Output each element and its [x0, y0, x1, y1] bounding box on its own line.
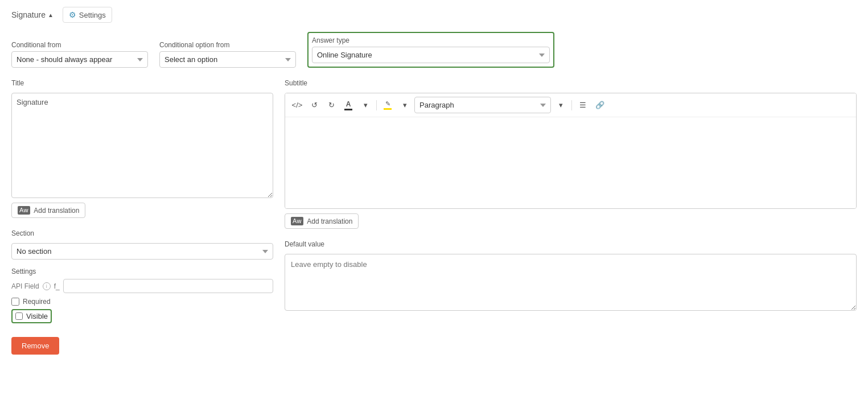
api-field-input[interactable]: [63, 279, 273, 293]
chevron-up-icon: ▲: [48, 12, 54, 18]
editor-toolbar: </> ↺ ↻ A ▾ ✎: [285, 93, 856, 117]
title-add-translation-label: Add translation: [34, 207, 79, 215]
visible-checkbox[interactable]: [15, 312, 23, 320]
gear-icon: ⚙: [69, 10, 76, 19]
conditional-option-select[interactable]: Select an option: [159, 51, 296, 68]
info-icon[interactable]: i: [43, 282, 51, 290]
api-field-label: API Field: [11, 282, 39, 290]
code-button[interactable]: </>: [290, 98, 305, 113]
required-checkbox-row: Required: [11, 298, 273, 306]
footer-row: Remove: [11, 337, 273, 355]
list-button[interactable]: ☰: [575, 98, 590, 113]
paragraph-select[interactable]: Paragraph: [414, 97, 551, 113]
default-value-textarea[interactable]: [285, 254, 857, 311]
paragraph-dropdown-button[interactable]: ▾: [553, 98, 568, 113]
subtitle-group: Subtitle </> ↺ ↻ A ▾: [285, 79, 857, 209]
remove-button[interactable]: Remove: [11, 337, 59, 355]
dropdowns-row: Conditional from None - should always ap…: [11, 32, 857, 68]
section-group: Section No section: [11, 229, 273, 260]
toolbar-divider-1: [376, 100, 377, 110]
api-field-row: API Field i f_: [11, 279, 273, 293]
main-content: Title Signature Aᴡ Add translation Secti…: [11, 79, 857, 355]
editor-body[interactable]: [285, 117, 856, 208]
signature-toggle[interactable]: Signature ▲: [11, 10, 54, 19]
text-color-button[interactable]: A: [341, 98, 356, 113]
header-row: Signature ▲ ⚙ Settings: [11, 7, 857, 23]
subtitle-add-translation-button[interactable]: Aᴡ Add translation: [285, 213, 359, 229]
conditional-from-label: Conditional from: [11, 41, 148, 49]
color-dropdown-button[interactable]: ▾: [358, 98, 373, 113]
section-label: Section: [11, 229, 273, 237]
subtitle-label: Subtitle: [285, 79, 857, 87]
conditional-option-group: Conditional option from Select an option: [159, 41, 296, 68]
default-value-group: Default value: [285, 240, 857, 311]
visible-label: Visible: [26, 312, 48, 320]
toolbar-divider-2: [571, 100, 572, 110]
left-panel: Title Signature Aᴡ Add translation Secti…: [11, 79, 273, 355]
conditional-from-group: Conditional from None - should always ap…: [11, 41, 148, 68]
answer-type-group: Answer type Online Signature: [307, 32, 554, 68]
title-label: Title: [11, 79, 273, 87]
undo-button[interactable]: ↺: [307, 98, 322, 113]
subtitle-add-translation-label: Add translation: [307, 217, 352, 225]
api-field-prefix: f_: [54, 282, 60, 290]
page-wrapper: Signature ▲ ⚙ Settings Conditional from …: [0, 0, 868, 395]
conditional-option-label: Conditional option from: [159, 41, 296, 49]
subtitle-editor: </> ↺ ↻ A ▾ ✎: [285, 93, 857, 209]
subtitle-translation-icon: Aᴡ: [291, 217, 303, 225]
settings-section: Settings API Field i f_ Required Visible: [11, 268, 273, 323]
title-group: Title Signature: [11, 79, 273, 198]
settings-button[interactable]: ⚙ Settings: [63, 7, 112, 23]
title-add-translation-button[interactable]: Aᴡ Add translation: [11, 203, 85, 218]
conditional-from-select[interactable]: None - should always appear: [11, 51, 148, 68]
section-select[interactable]: No section: [11, 243, 273, 260]
link-button[interactable]: 🔗: [593, 98, 607, 113]
highlight-button[interactable]: ✎: [380, 98, 395, 113]
answer-type-select[interactable]: Online Signature: [312, 47, 550, 63]
answer-type-label: Answer type: [312, 36, 550, 44]
required-label: Required: [23, 298, 51, 306]
right-panel: Subtitle </> ↺ ↻ A ▾: [285, 79, 857, 355]
signature-label: Signature: [11, 10, 46, 19]
redo-button[interactable]: ↻: [324, 98, 339, 113]
required-checkbox[interactable]: [11, 298, 19, 306]
translation-icon: Aᴡ: [18, 206, 30, 215]
visible-row: Visible: [11, 309, 52, 323]
default-value-label: Default value: [285, 240, 857, 248]
settings-label: Settings: [79, 11, 106, 19]
title-textarea[interactable]: Signature: [11, 93, 273, 198]
settings-section-label: Settings: [11, 268, 273, 275]
highlight-dropdown-button[interactable]: ▾: [397, 98, 412, 113]
